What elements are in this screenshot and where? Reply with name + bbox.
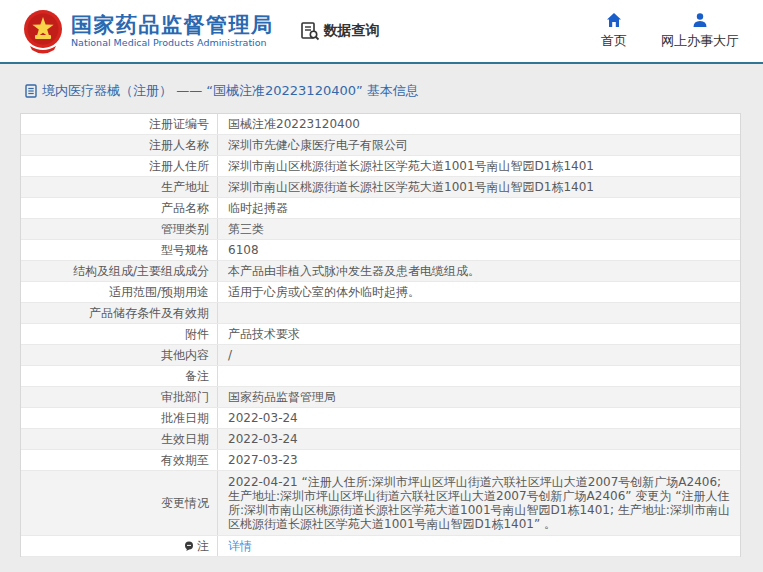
row-value: 深圳市先健心康医疗电子有限公司 <box>218 135 740 155</box>
data-query-label: 数据查询 <box>324 22 380 40</box>
row-label: 产品名称 <box>21 198 218 218</box>
table-row: 注册人名称 深圳市先健心康医疗电子有限公司 <box>21 135 740 156</box>
details-link[interactable]: 详情 <box>228 539 252 553</box>
user-icon <box>692 12 708 28</box>
row-label: 备注 <box>21 366 218 386</box>
row-label: 适用范围/预期用途 <box>21 282 218 302</box>
row-value: / <box>218 345 740 365</box>
row-label: 批准日期 <box>21 408 218 428</box>
row-label: 结构及组成/主要组成成分 <box>21 261 218 281</box>
table-row: 管理类别 第三类 <box>21 219 740 240</box>
site-title: 国家药品监督管理局 <box>71 13 274 37</box>
row-value: 深圳市南山区桃源街道长源社区学苑大道1001号南山智园D1栋1401 <box>218 156 740 176</box>
national-emblem-icon <box>22 8 64 54</box>
nav-home[interactable]: 首页 <box>601 12 627 50</box>
table-row: 型号规格 6108 <box>21 240 740 261</box>
row-label: 管理类别 <box>21 219 218 239</box>
table-row: 其他内容 / <box>21 345 740 366</box>
row-value: 2022-03-24 <box>218 408 740 428</box>
row-value: 6108 <box>218 240 740 260</box>
table-row: 适用范围/预期用途 适用于心房或心室的体外临时起搏。 <box>21 282 740 303</box>
site-subtitle: National Medical Products Administration <box>71 37 274 49</box>
page-header: 国家药品监督管理局 National Medical Products Admi… <box>0 0 763 64</box>
row-label: 注册人名称 <box>21 135 218 155</box>
nav-home-label: 首页 <box>601 32 627 50</box>
row-label: 其他内容 <box>21 345 218 365</box>
table-row: 生产地址 深圳市南山区桃源街道长源社区学苑大道1001号南山智园D1栋1401 <box>21 177 740 198</box>
comment-bubble-icon <box>184 541 194 551</box>
row-label: 型号规格 <box>21 240 218 260</box>
row-value: 临时起搏器 <box>218 198 740 218</box>
row-value: 本产品由非植入式脉冲发生器及患者电缆组成。 <box>218 261 740 281</box>
table-row: 附件 产品技术要求 <box>21 324 740 345</box>
document-icon <box>25 84 37 98</box>
top-navigation: 首页 网上办事大厅 <box>601 12 739 50</box>
table-row-change-history: 变更情况 2022-04-21 “注册人住所:深圳市坪山区坪山街道六联社区坪山大… <box>21 471 740 536</box>
row-value: 深圳市南山区桃源街道长源社区学苑大道1001号南山智园D1栋1401 <box>218 177 740 197</box>
row-value: 适用于心房或心室的体外临时起搏。 <box>218 282 740 302</box>
nav-hall-label: 网上办事大厅 <box>661 32 739 50</box>
home-icon <box>606 12 622 28</box>
table-row: 生效日期 2022-03-24 <box>21 429 740 450</box>
row-label: 注册证编号 <box>21 114 218 134</box>
row-value: 国械注准20223120400 <box>218 114 740 134</box>
row-label: 生产地址 <box>21 177 218 197</box>
table-row: 批准日期 2022-03-24 <box>21 408 740 429</box>
row-label: 注册人住所 <box>21 156 218 176</box>
nmpa-logo: 国家药品监督管理局 National Medical Products Admi… <box>22 8 274 54</box>
row-value <box>218 303 740 323</box>
table-row: 结构及组成/主要组成成分 本产品由非植入式脉冲发生器及患者电缆组成。 <box>21 261 740 282</box>
table-row: 产品名称 临时起搏器 <box>21 198 740 219</box>
breadcrumb-text: 境内医疗器械（注册） —— “国械注准20223120400” 基本信息 <box>42 82 419 100</box>
row-label: 生效日期 <box>21 429 218 449</box>
table-row: 备注 <box>21 366 740 387</box>
note-label: 注 <box>197 539 209 553</box>
registration-info-table: 注册证编号 国械注准20223120400 注册人名称 深圳市先健心康医疗电子有… <box>20 113 741 557</box>
table-row: 注册人住所 深圳市南山区桃源街道长源社区学苑大道1001号南山智园D1栋1401 <box>21 156 740 177</box>
row-label: 产品储存条件及有效期 <box>21 303 218 323</box>
row-label: 变更情况 <box>21 471 218 535</box>
row-value: 2022-03-24 <box>218 429 740 449</box>
main-content: 境内医疗器械（注册） —— “国械注准20223120400” 基本信息 注册证… <box>0 64 763 557</box>
row-value: 2027-03-23 <box>218 450 740 470</box>
row-value: 详情 <box>218 536 740 556</box>
data-query-tab[interactable]: 数据查询 <box>300 21 380 41</box>
row-label: 注 <box>21 536 218 556</box>
document-search-icon <box>300 21 320 41</box>
row-value <box>218 366 740 386</box>
row-label: 附件 <box>21 324 218 344</box>
row-label: 有效期至 <box>21 450 218 470</box>
breadcrumb: 境内医疗器械（注册） —— “国械注准20223120400” 基本信息 <box>25 82 763 100</box>
row-value: 产品技术要求 <box>218 324 740 344</box>
table-row-note: 注 详情 <box>21 536 740 557</box>
row-label: 审批部门 <box>21 387 218 407</box>
table-row: 产品储存条件及有效期 <box>21 303 740 324</box>
row-value: 第三类 <box>218 219 740 239</box>
table-row: 审批部门 国家药品监督管理局 <box>21 387 740 408</box>
nav-online-service-hall[interactable]: 网上办事大厅 <box>661 12 739 50</box>
table-row: 有效期至 2027-03-23 <box>21 450 740 471</box>
row-value: 2022-04-21 “注册人住所:深圳市坪山区坪山街道六联社区坪山大道2007… <box>218 471 740 535</box>
table-row: 注册证编号 国械注准20223120400 <box>21 114 740 135</box>
row-value: 国家药品监督管理局 <box>218 387 740 407</box>
